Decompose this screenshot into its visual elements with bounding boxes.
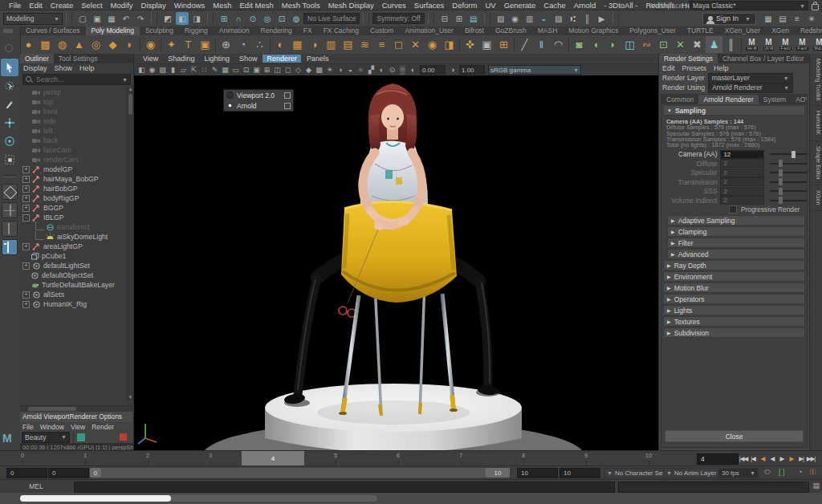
bookmark-icon[interactable]: ▮ [168, 66, 178, 74]
relax-icon[interactable]: ◖ [588, 36, 604, 53]
poly-cylinder-icon[interactable]: ◍ [54, 36, 71, 53]
poly-plane-icon[interactable]: ◆ [104, 36, 121, 53]
cut-icon[interactable]: ✕ [672, 36, 689, 53]
shelf-tab-animation[interactable]: Animation [214, 26, 255, 35]
quad-draw-icon[interactable]: ◙ [571, 36, 588, 53]
shelf-tab-motion-graphics[interactable]: Motion Graphics [563, 26, 624, 35]
exposure-field[interactable]: 0.00 [420, 65, 446, 75]
multisample-icon[interactable]: ▞ [366, 66, 376, 74]
arnold-menu-file[interactable]: File [22, 423, 34, 431]
shadows-icon[interactable]: ◑ [335, 66, 345, 74]
shelf-tab-sculpting[interactable]: Sculpting [140, 26, 179, 35]
section-motion-blur[interactable]: ▶Motion Blur [663, 282, 805, 293]
make-live-icon[interactable]: ◍ [290, 12, 303, 25]
undo-icon[interactable]: ↶ [120, 12, 132, 25]
shelf-tab-fx[interactable]: FX [298, 26, 318, 35]
current-frame-indicator[interactable]: 4 [242, 451, 304, 465]
menu-generate[interactable]: Generate [500, 1, 540, 10]
tab-tool-settings[interactable]: Tool Settings [54, 54, 103, 63]
menu-surfaces[interactable]: Surfaces [410, 1, 449, 10]
menu-mesh[interactable]: Mesh [209, 1, 235, 10]
expander-collapsed[interactable]: + [22, 176, 30, 183]
outliner-menu-help[interactable]: Help [79, 64, 95, 72]
viewport-menu-shading[interactable]: Shading [164, 55, 198, 63]
shelf-tab-fx-caching[interactable]: FX Caching [318, 26, 364, 35]
snap-view-icon[interactable]: ⊡ [275, 12, 288, 25]
shelf-tab-curves-surfaces[interactable]: Curves / Surfaces [20, 26, 86, 35]
spine-icon[interactable]: ║ [722, 36, 739, 53]
menu-display[interactable]: Display [137, 1, 170, 10]
resolution-gate-icon[interactable]: ⊡ [241, 66, 251, 74]
select-hierarchy-icon[interactable]: ◩ [161, 12, 174, 25]
poly-cone-icon[interactable]: ▲ [71, 36, 87, 53]
select-object-icon[interactable]: ◧ [176, 12, 189, 25]
field-chart-icon[interactable]: ⊞ [262, 66, 272, 74]
outliner-menu-display[interactable]: Display [23, 64, 47, 72]
section-environment[interactable]: ▶Environment [663, 271, 805, 282]
lasso-tool[interactable] [1, 77, 18, 95]
slider-value-field[interactable]: 2 [720, 187, 763, 196]
light-editor-icon[interactable]: ▨ [552, 12, 565, 25]
section-lights[interactable]: ▶Lights [663, 305, 805, 315]
section-textures[interactable]: ▶Textures [663, 316, 805, 327]
shelf-tab-xgen-user[interactable]: XGen_User [719, 26, 766, 35]
range-start-handle[interactable]: 0 [90, 468, 101, 478]
wireframe-icon[interactable]: ◇ [293, 66, 303, 74]
project-curve-icon[interactable]: ◐ [272, 36, 289, 53]
close-button[interactable]: Close [665, 430, 804, 442]
ao-icon[interactable]: ◒ [345, 66, 356, 74]
outliner-item-defaultobjectset[interactable]: defaultObjectSet [20, 270, 133, 280]
side-tab-shape-editor[interactable]: Shape Editor [810, 141, 822, 185]
outliner-item-bodyriggp[interactable]: +bodyRigGP [20, 193, 133, 203]
section-operators[interactable]: ▶Operators [663, 294, 805, 304]
2d-pan-zoom-icon[interactable]: ⇱ [189, 66, 199, 74]
expander-collapsed[interactable]: + [22, 262, 30, 270]
human-figure-icon[interactable]: ♟ [706, 36, 722, 53]
section-filter[interactable]: ▶Filter [667, 238, 805, 248]
slider-value-field[interactable]: 2 [720, 169, 763, 177]
outliner-item-humanik_rig[interactable]: +HumanIK_Rig [20, 299, 133, 309]
outliner-item-facecam[interactable]: faceCam [20, 145, 133, 155]
snap-point-icon[interactable]: ⊙ [246, 12, 259, 25]
arnold-menu-view[interactable]: View [71, 423, 85, 431]
renderer-option-viewport-2-0[interactable]: Viewport 2.0 [224, 90, 293, 100]
expander-collapsed[interactable]: + [22, 291, 30, 299]
outliner-item-arealightgp[interactable]: +areaLightGP [20, 242, 133, 251]
section-ray-depth[interactable]: ▶Ray Depth [663, 260, 805, 270]
outliner-vscrollbar[interactable]: ▲▼ [127, 86, 133, 400]
poly-disc-icon[interactable]: ◗ [121, 36, 138, 53]
save-scene-icon[interactable]: ▦ [105, 12, 118, 25]
shelf-tab-custom[interactable]: Custom [364, 26, 399, 35]
rotate-tool[interactable] [1, 132, 18, 150]
playback-end-field[interactable]: 10 [517, 468, 558, 478]
poly-cube-icon[interactable]: ▩ [37, 36, 54, 53]
snap-grid-icon[interactable]: ⊞ [218, 12, 230, 25]
outliner-item-rendercam[interactable]: renderCam [20, 155, 133, 165]
outliner-item-modelgp[interactable]: +modelGP [20, 165, 133, 174]
image-plane-icon[interactable]: ▱ [178, 66, 189, 74]
gamma-icon[interactable]: ◑ [447, 66, 458, 74]
slider-track[interactable] [770, 163, 807, 165]
viewport-menu-panels[interactable]: Panels [303, 55, 333, 63]
slider-value-field[interactable]: 2 [720, 177, 763, 186]
f-avu-button[interactable]: MF-avU [777, 36, 794, 53]
channelbox-toggle-icon[interactable]: ≡ [791, 12, 804, 25]
grease-pencil-icon[interactable]: ✎ [210, 66, 220, 74]
outliner-menu-show[interactable]: Show [55, 64, 73, 72]
exposure-icon[interactable]: ◐ [408, 66, 418, 74]
go-to-end-button[interactable]: ▶▶| [806, 455, 816, 462]
stop-render-icon[interactable] [120, 433, 127, 441]
range-track[interactable]: 0 10 [90, 468, 510, 478]
slider-track[interactable] [770, 172, 807, 173]
menu-mesh-tools[interactable]: Mesh Tools [278, 1, 324, 10]
play-backwards-button[interactable]: ◀ [767, 455, 777, 462]
lights-icon[interactable]: ☀ [324, 66, 335, 74]
inner-tab-common[interactable]: Common [661, 95, 698, 104]
aov-select[interactable]: Beauty▼ [22, 432, 70, 443]
new-scene-icon[interactable]: ▢ [76, 12, 89, 25]
oversampling-icon[interactable]: ∷ [199, 66, 210, 74]
inner-tab-system[interactable]: System [759, 95, 791, 104]
layout-two-pane[interactable] [2, 221, 18, 237]
move-tool[interactable] [1, 114, 18, 132]
command-input[interactable] [74, 482, 615, 493]
